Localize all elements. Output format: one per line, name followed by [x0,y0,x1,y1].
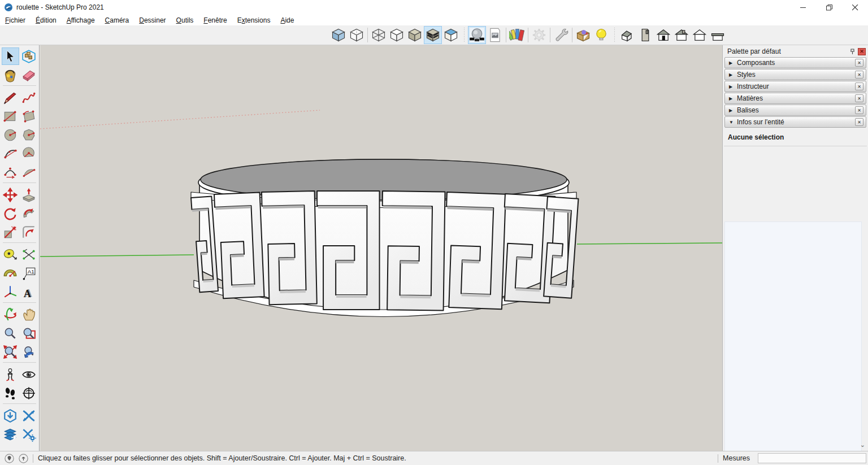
style-wireframe-icon[interactable] [370,26,388,44]
view-left-icon[interactable] [709,26,727,44]
measures-input[interactable] [758,453,866,463]
ext-flip-tool[interactable] [20,407,38,424]
ext-download-tool[interactable] [2,407,19,424]
section-close-icon[interactable]: ✕ [855,59,863,67]
restore-button[interactable] [816,0,842,15]
axes-tool[interactable] [2,283,19,301]
view-top-icon[interactable] [636,26,654,44]
offset-tool[interactable] [20,223,38,241]
panel-section-composants[interactable]: ▶Composants✕ [724,57,866,68]
menu-affichage[interactable]: Affichage [62,15,100,25]
section-close-icon[interactable]: ✕ [855,94,863,102]
watermark-icon[interactable] [486,26,504,44]
section-close-icon[interactable]: ✕ [855,82,863,90]
section-close-icon[interactable]: ✕ [855,106,863,114]
toolbar-separator [367,28,368,42]
panel-section-instructeur[interactable]: ▶Instructeur✕ [724,81,866,92]
menu-fenetre[interactable]: Fenêtre [198,15,232,25]
panel-section-matie-res[interactable]: ▶Matières✕ [724,93,866,104]
zoom-tool[interactable] [2,324,19,342]
sphere-render-icon[interactable] [468,26,486,44]
freehand-tool[interactable] [20,89,38,106]
line-tool[interactable] [2,89,19,106]
3d-text-tool[interactable]: AA [20,283,38,301]
text-tool[interactable]: A1 [20,264,38,282]
position-camera-tool[interactable] [2,366,19,383]
menu-camera[interactable]: Caméra [100,15,134,25]
paint-bucket-tool[interactable] [2,66,19,84]
menu-dessiner[interactable]: Dessiner [134,15,171,25]
protractor-tool[interactable] [2,264,19,282]
circle-tool[interactable] [2,126,19,144]
push-pull-tool[interactable] [20,186,38,203]
section-close-icon[interactable]: ✕ [855,71,863,79]
default-tray-panel: Palette par défaut ✕ ▶Composants✕▶Styles… [722,45,868,451]
move-tool[interactable] [2,186,19,203]
walk-tool[interactable] [2,384,19,402]
pie-tool[interactable] [20,145,38,162]
menu-aide[interactable]: Aide [275,15,299,25]
view-back-icon[interactable] [691,26,709,44]
style-back-edges-icon[interactable] [348,26,366,44]
tape-measure-tool[interactable] [2,246,19,263]
dimensions-tool[interactable] [20,246,38,263]
geolocation-icon[interactable] [5,454,14,463]
style-hidden-line-icon[interactable] [388,26,406,44]
zoom-previous-tool[interactable] [20,343,38,360]
view-right-icon[interactable] [672,26,691,44]
panel-section-balises[interactable]: ▶Balises✕ [724,105,866,116]
styles-fan-icon[interactable] [508,26,526,44]
wrench-icon[interactable] [552,26,570,44]
credits-icon[interactable] [19,454,28,463]
ext-gear-tool[interactable] [20,425,38,443]
orbit-tool[interactable] [2,306,19,323]
minimize-button[interactable] [790,0,816,15]
style-xray-icon[interactable] [329,26,348,44]
paint-box-icon[interactable] [574,26,592,44]
close-button[interactable] [842,0,868,15]
tool-separator [3,403,36,404]
zoom-window-tool[interactable] [20,324,38,342]
style-monochrome-icon[interactable] [442,26,460,44]
section-close-icon[interactable]: ✕ [855,118,863,126]
eraser-tool[interactable] [20,66,38,84]
view-iso-icon[interactable] [618,26,636,44]
panel-close-icon[interactable]: ✕ [858,48,866,55]
follow-me-tool[interactable] [20,205,38,222]
rotate-tool[interactable] [2,205,19,222]
walk-target-tool[interactable] [20,384,38,402]
style-shaded-textures-icon[interactable] [424,26,442,44]
gear-icon[interactable] [530,26,548,44]
pin-icon[interactable] [848,48,856,55]
arc-tool[interactable] [2,145,19,162]
arc-closed-tool[interactable] [20,163,38,181]
ext-layers-tool[interactable] [2,425,19,443]
look-around-tool[interactable] [20,366,38,383]
panel-section-infos-sur-l-entite-[interactable]: ▼Infos sur l'entité✕ [724,116,866,128]
toolbar-separator [550,28,550,42]
pan-tool[interactable] [20,306,38,323]
menu-extensions[interactable]: Extensions [232,15,276,25]
rotated-rectangle-tool[interactable] [20,107,38,125]
modeling-viewport[interactable] [40,45,722,451]
view-front-icon[interactable] [654,26,672,44]
zoom-extents-tool[interactable] [2,343,19,360]
polygon-tool[interactable] [20,126,38,144]
panel-section-styles[interactable]: ▶Styles✕ [724,69,866,80]
style-shaded-icon[interactable] [406,26,424,44]
arc-3pt-tool[interactable] [2,163,19,181]
chevron-down-icon[interactable]: ⌄ [860,441,865,449]
toolbar-drag-handle[interactable] [613,28,615,42]
scale-tool[interactable] [2,223,19,241]
rectangle-tool[interactable] [2,107,19,125]
toolbar-drag-handle[interactable] [463,28,465,42]
section-label: Instructeur [737,82,855,90]
select-tool[interactable] [2,47,19,65]
divider [718,454,718,463]
bulb-icon[interactable] [592,26,610,44]
model-roulette[interactable] [191,159,578,317]
menu-fichier[interactable]: Fichier [0,15,31,25]
make-component-tool[interactable] [20,47,38,65]
menu-outils[interactable]: Outils [171,15,199,25]
menu-edition[interactable]: Édition [31,15,62,25]
